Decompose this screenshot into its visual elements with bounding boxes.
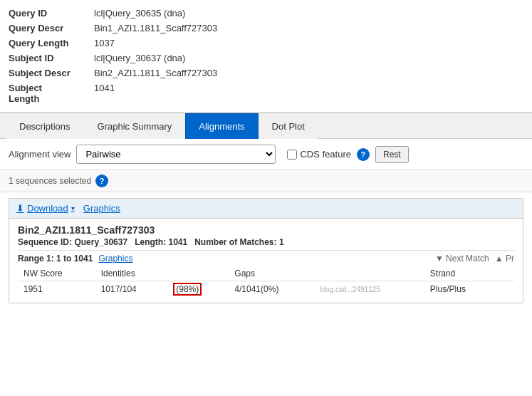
identities-value: 1017/104: [95, 281, 168, 298]
seq-matches-value: 1: [279, 237, 284, 247]
subject-id-label: Subject ID: [9, 53, 94, 63]
tab-alignments[interactable]: Alignments: [185, 113, 258, 139]
help-icon[interactable]: ?: [357, 148, 370, 161]
nw-score-value: 1951: [18, 281, 95, 298]
col-strand: Strand: [424, 266, 497, 281]
prev-match-link[interactable]: ▲ Pr: [495, 254, 514, 264]
info-table: Query ID lcl|Query_30635 (dna) Query Des…: [0, 0, 532, 113]
subject-length-value: 1041: [94, 83, 115, 93]
sequence-title: Bin2_AZI1.1811_Scaff727303: [18, 224, 514, 236]
reset-button[interactable]: Rest: [375, 146, 409, 163]
range-label: Range 1: 1 to 1041: [18, 254, 93, 264]
download-caret-icon: ▾: [71, 204, 75, 212]
query-id-row: Query ID lcl|Query_30635 (dna): [9, 6, 523, 21]
query-id-value: lcl|Query_30635 (dna): [94, 8, 185, 19]
col-gaps-pct: [314, 266, 424, 281]
seq-matches-label: Number of Matches:: [194, 237, 276, 247]
watermark-text: blog.csd...2491125: [320, 286, 380, 293]
cds-feature-label: CDS feature: [300, 149, 351, 160]
sequence-meta: Sequence ID: Query_30637 Length: 1041 Nu…: [18, 237, 514, 247]
subject-descr-label: Subject Descr: [9, 68, 94, 78]
tabs-bar: Descriptions Graphic Summary Alignments …: [0, 113, 532, 139]
gaps-value: 4/1041(0%): [229, 281, 314, 298]
col-extra: [496, 266, 514, 281]
score-table: NW Score Identities Gaps Strand 1951 101…: [18, 266, 514, 297]
subject-id-value: lcl|Query_30637 (dna): [94, 53, 185, 63]
sequence-header: Bin2_AZI1.1811_Scaff727303 Sequence ID: …: [9, 219, 523, 250]
subject-length-label: Subject Length: [9, 83, 94, 104]
col-identities: Identities: [95, 266, 168, 281]
query-descr-value: Bin1_AZI1.1811_Scaff727303: [94, 23, 217, 33]
next-prev-area: ▼ Next Match ▲ Pr: [435, 254, 514, 264]
range-header: Range 1: 1 to 1041 Graphics ▼ Next Match…: [18, 254, 514, 264]
sequences-selected-bar: 1 sequences selected ?: [0, 170, 532, 192]
graphics-link[interactable]: Graphics: [83, 203, 120, 214]
identities-pct-cell: (98%): [167, 281, 229, 298]
subject-descr-row: Subject Descr Bin2_AZI1.1811_Scaff727303: [9, 66, 523, 80]
strand-value: Plus/Plus: [424, 281, 497, 298]
col-nw-score: NW Score: [18, 266, 95, 281]
query-length-label: Query Length: [9, 38, 94, 48]
score-row: 1951 1017/104 (98%) 4/1041(0%) blog.csd.…: [18, 281, 514, 298]
seq-length-value: 1041: [168, 237, 187, 247]
col-gaps: Gaps: [229, 266, 314, 281]
col-identities-pct: [167, 266, 229, 281]
watermark-cell: blog.csd...2491125: [314, 281, 424, 298]
seq-id-value: Query_30637: [74, 237, 127, 247]
tab-dot-plot[interactable]: Dot Plot: [259, 113, 318, 139]
range-section: Range 1: 1 to 1041 Graphics ▼ Next Match…: [9, 251, 523, 303]
query-id-label: Query ID: [9, 8, 94, 19]
query-descr-label: Query Descr: [9, 23, 94, 33]
query-length-row: Query Length 1037: [9, 36, 523, 51]
subject-descr-value: Bin2_AZI1.1811_Scaff727303: [94, 68, 217, 78]
seq-length-label: Length:: [135, 237, 166, 247]
identities-pct-highlight: (98%): [173, 283, 202, 296]
cds-feature-area: CDS feature: [287, 149, 351, 160]
subject-length-row: Subject Length 1041: [9, 80, 523, 106]
cds-feature-checkbox[interactable]: [287, 150, 297, 160]
download-icon: ⬇: [16, 203, 24, 214]
query-length-value: 1037: [94, 38, 115, 48]
extra-cell: [496, 281, 514, 298]
query-descr-row: Query Descr Bin1_AZI1.1811_Scaff727303: [9, 21, 523, 36]
subject-id-row: Subject ID lcl|Query_30637 (dna): [9, 51, 523, 66]
next-match-link[interactable]: ▼ Next Match: [435, 254, 489, 264]
seq-id-label: Sequence ID:: [18, 237, 72, 247]
alignment-view-bar: Alignment view Pairwise Query-anchored w…: [0, 139, 532, 170]
results-section: ⬇ Download ▾ Graphics Bin2_AZI1.1811_Sca…: [9, 198, 523, 303]
range-graphics-link[interactable]: Graphics: [98, 254, 132, 264]
download-button[interactable]: ⬇ Download ▾: [16, 203, 75, 214]
alignment-view-select[interactable]: Pairwise Query-anchored with dots Query-…: [76, 145, 276, 164]
results-toolbar: ⬇ Download ▾ Graphics: [9, 199, 523, 219]
download-label: Download: [27, 203, 68, 214]
alignment-view-label: Alignment view: [9, 149, 71, 160]
sequences-selected-text: 1 sequences selected: [9, 176, 91, 186]
seq-help-icon[interactable]: ?: [95, 174, 108, 187]
tab-descriptions[interactable]: Descriptions: [6, 113, 84, 139]
tab-graphic-summary[interactable]: Graphic Summary: [84, 113, 186, 139]
